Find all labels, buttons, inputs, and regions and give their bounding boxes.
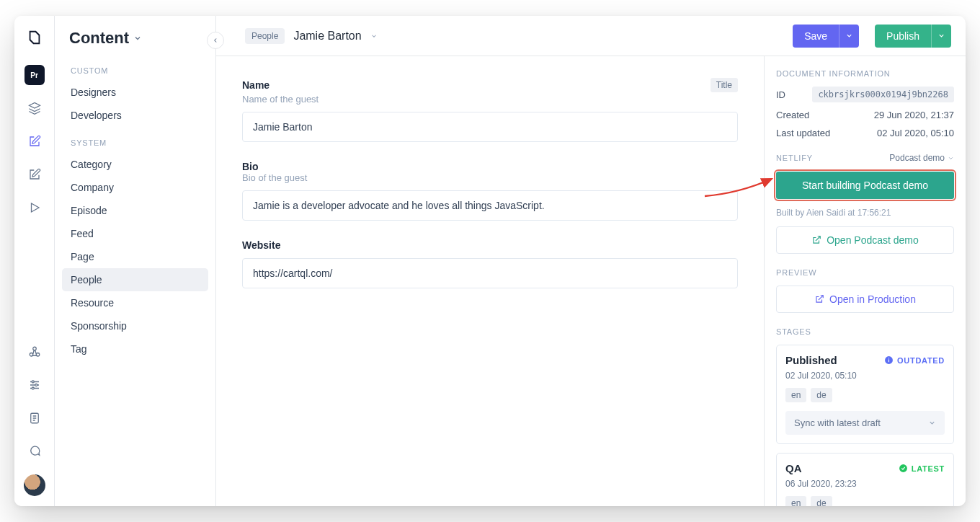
rail-project-icon[interactable]: Pr [24,65,45,85]
stage-date: 06 Jul 2020, 23:23 [785,479,945,489]
sidebar-item-resource[interactable]: Resource [62,291,208,314]
sidebar-item-designers[interactable]: Designers [62,81,208,104]
section-system-label: SYSTEM [62,133,208,153]
rail-webhooks-icon[interactable] [24,342,45,362]
field-name-hint: Name of the guest [242,94,738,105]
chevron-down-icon [928,419,936,427]
rail-docs-icon[interactable] [24,408,45,428]
stage-name: Published [785,354,837,366]
field-website-label: Website [242,239,738,251]
stage-sync-button[interactable]: Sync with latest draft [785,411,945,435]
svg-point-9 [35,384,37,386]
stages-label: STAGES [776,327,954,336]
svg-marker-0 [29,103,40,109]
external-link-icon [814,294,824,304]
check-circle-icon [899,464,908,473]
field-bio-label: Bio [242,161,738,172]
svg-point-4 [32,347,36,350]
lang-pill[interactable]: en [785,388,806,402]
sidebar: Content CUSTOM Designers Developers SYST… [55,16,216,506]
id-value[interactable]: ckbrsjkrs000x0194j9bn2268 [812,87,954,102]
section-custom-label: CUSTOM [62,61,208,81]
stage-status-latest: LATEST [899,464,945,473]
main-area: People Jamie Barton Save Publish [216,16,966,506]
stage-date: 02 Jul 2020, 05:10 [785,371,945,381]
updated-label: Last updated [776,128,830,138]
lang-pill[interactable]: en [785,496,806,506]
website-input[interactable] [242,258,738,288]
svg-point-18 [899,464,907,472]
field-bio-hint: Bio of the guest [242,172,738,183]
preview-open-button[interactable]: Open in Production [776,286,954,313]
sidebar-title[interactable]: Content [62,29,208,61]
created-label: Created [776,110,809,120]
lang-pill[interactable]: de [811,388,832,402]
sidebar-item-company[interactable]: Company [62,176,208,199]
topbar: People Jamie Barton Save Publish [216,16,966,56]
svg-rect-16 [888,359,889,362]
sidebar-item-tag[interactable]: Tag [62,337,208,360]
rail-edit-icon[interactable] [24,131,45,151]
sidebar-item-category[interactable]: Category [62,153,208,176]
save-dropdown-button[interactable] [839,25,859,48]
sidebar-item-page[interactable]: Page [62,245,208,268]
right-panel: DOCUMENT INFORMATION ID ckbrsjkrs000x019… [764,56,966,506]
name-input[interactable] [242,112,738,142]
created-value: 29 Jun 2020, 21:37 [874,110,954,120]
app-logo [26,29,43,46]
document-title: Jamie Barton [293,30,361,43]
chevron-down-icon [133,34,142,43]
bio-input[interactable] [242,190,738,221]
external-link-icon [811,235,821,245]
chevron-down-icon [948,155,954,162]
sidebar-item-people[interactable]: People [62,268,208,291]
icon-rail: Pr [14,16,55,506]
field-website: Website [242,239,738,288]
chevron-down-icon[interactable] [370,32,378,40]
netlify-build-button[interactable]: Start building Podcast demo [776,172,954,199]
sidebar-item-sponsorship[interactable]: Sponsorship [62,314,208,337]
field-name-tag: Title [710,78,738,92]
field-name-label: Name [242,79,270,91]
svg-rect-17 [888,358,889,358]
field-bio: Bio Bio of the guest [242,161,738,221]
rail-draft-icon[interactable] [24,164,45,185]
stage-status-outdated: OUTDATED [884,355,945,365]
netlify-label: NETLIFY [776,154,813,162]
form-area: Name Title Name of the guest Bio Bio of … [216,56,764,506]
info-icon [884,355,894,365]
netlify-project-select[interactable]: Podcast demo [889,153,954,163]
stage-published: Published OUTDATED 02 Jul 2020, 05:10 en… [776,345,954,444]
breadcrumb-model[interactable]: People [245,28,285,44]
doc-info-label: DOCUMENT INFORMATION [776,69,954,78]
netlify-built-by: Built by Aien Saidi at 17:56:21 [776,208,954,218]
sidebar-item-feed[interactable]: Feed [62,222,208,245]
publish-button[interactable]: Publish [875,25,931,48]
publish-dropdown-button[interactable] [931,25,951,48]
id-label: ID [776,89,785,100]
stage-qa: QA LATEST 06 Jul 2020, 23:23 en de [776,453,954,506]
rail-layers-icon[interactable] [24,98,45,118]
updated-value: 02 Jul 2020, 05:10 [877,128,954,138]
chevron-down-icon [937,32,945,40]
netlify-open-button[interactable]: Open Podcast demo [776,226,954,254]
chevron-down-icon [845,32,853,40]
user-avatar[interactable] [24,474,45,496]
rail-feedback-icon[interactable] [24,441,45,461]
field-name: Name Title Name of the guest [242,78,738,142]
svg-marker-1 [31,203,39,212]
rail-settings-icon[interactable] [24,375,45,395]
sidebar-collapse-button[interactable] [207,32,224,49]
lang-pill[interactable]: de [811,496,832,506]
preview-label: PREVIEW [776,268,954,277]
svg-point-8 [32,381,34,383]
sidebar-item-developers[interactable]: Developers [62,104,208,127]
sidebar-item-episode[interactable]: Episode [62,199,208,222]
rail-play-icon[interactable] [24,198,45,218]
stage-name: QA [785,462,802,474]
save-button[interactable]: Save [793,25,839,48]
svg-point-10 [32,387,34,389]
